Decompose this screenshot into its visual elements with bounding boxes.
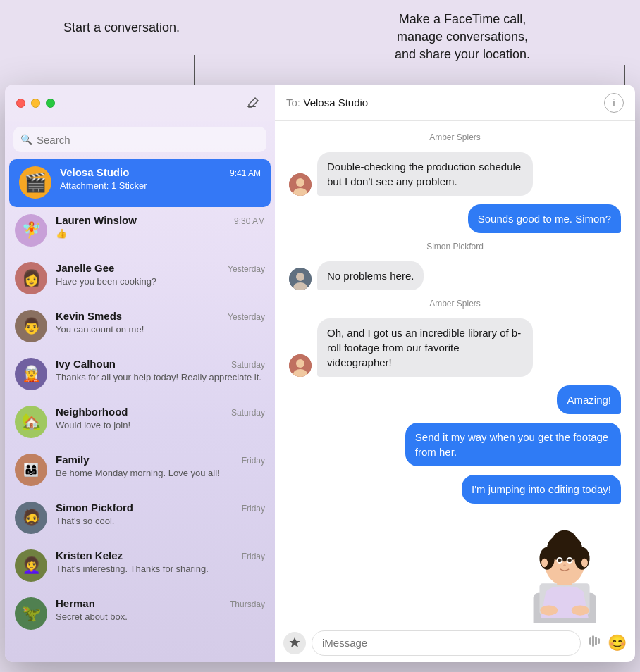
conv-name: Janelle Gee (56, 262, 114, 274)
svg-rect-30 (595, 637, 597, 645)
svg-point-26 (540, 605, 558, 615)
avatar: 🦖 (15, 597, 47, 630)
conv-content: Kevin Smeds Yesterday You can count on m… (56, 310, 265, 335)
sender-label: Simon Pickford (289, 242, 621, 251)
message-bubble: I'm jumping into editing today! (462, 475, 621, 504)
maximize-button[interactable] (46, 99, 55, 108)
chat-recipient: To: Velosa Studio (286, 97, 368, 109)
svg-point-5 (296, 273, 304, 281)
avatar: 👩 (15, 262, 47, 294)
list-item[interactable]: 🧔 Simon Pickford Friday That's so cool. (5, 494, 275, 542)
conv-name: Ivy Calhoun (56, 358, 116, 370)
message-row: Amazing! (289, 385, 621, 414)
conv-content: Simon Pickford Friday That's so cool. (56, 502, 265, 526)
memoji-container (289, 518, 621, 623)
svg-point-24 (541, 559, 548, 567)
conv-name: Lauren Winslow (56, 214, 137, 226)
svg-point-20 (558, 559, 561, 562)
avatar: 🧝 (15, 358, 47, 390)
conv-preview: 👍 (56, 228, 265, 239)
start-conversation-callout: Start a conversation. (63, 20, 180, 36)
to-label: To: (286, 97, 300, 108)
svg-point-22 (567, 559, 571, 562)
list-item[interactable]: 👩 Janelle Gee Yesterday Have you been co… (5, 255, 275, 303)
conv-time: Saturday (231, 408, 265, 418)
conv-time: Friday (242, 456, 265, 466)
conv-time: 9:30 AM (234, 216, 265, 226)
conv-preview: You can count on me! (56, 324, 265, 335)
compose-button[interactable] (242, 92, 264, 113)
message-bubble: No problems here. (317, 261, 424, 290)
conv-content: Lauren Winslow 9:30 AM 👍 (56, 214, 265, 239)
memoji-figure (515, 518, 614, 623)
conv-preview: That's interesting. Thanks for sharing. (56, 564, 265, 574)
list-item[interactable]: 🏡 Neighborhood Saturday Would love to jo… (5, 399, 275, 447)
search-icon: 🔍 (20, 134, 32, 145)
messages-container: Amber Spiers Double-checking the product… (275, 121, 635, 623)
conv-time: 9:41 AM (230, 168, 261, 178)
message-row: Sounds good to me. Simon? (289, 204, 621, 233)
avatar: 👨‍👩‍👧 (15, 454, 47, 486)
close-button[interactable] (16, 99, 25, 108)
conv-name: Kevin Smeds (56, 310, 122, 322)
avatar: 🧚 (15, 214, 47, 247)
svg-point-18 (547, 534, 582, 561)
avatar: 👩‍🦱 (15, 549, 47, 582)
message-avatar (289, 268, 312, 290)
avatar: 👨 (15, 310, 47, 342)
list-item[interactable]: 👩‍🦱 Kristen Kelez Friday That's interest… (5, 542, 275, 590)
conv-name: Herman (56, 597, 95, 609)
conv-name: Neighborhood (56, 406, 128, 418)
conv-content: Ivy Calhoun Saturday Thanks for all your… (56, 358, 265, 382)
avatar: 🎬 (19, 166, 51, 199)
conv-name: Velosa Studio (60, 166, 129, 178)
message-avatar (289, 173, 312, 196)
conv-preview: Be home Monday morning. Love you all! (56, 468, 265, 478)
conv-preview: That's so cool. (56, 516, 265, 526)
emoji-button[interactable]: 😊 (608, 634, 627, 652)
message-row: Send it my way when you get the footage … (289, 423, 621, 466)
conv-preview: Have you been cooking? (56, 276, 265, 287)
conv-preview: Secret about box. (56, 611, 265, 622)
sidebar: 🔍 🎬 Velosa Studio 9:41 AM Attachment: 1 … (5, 85, 275, 662)
message-bubble: Oh, and I got us an incredible library o… (317, 318, 533, 377)
audio-record-button[interactable] (586, 633, 602, 652)
conv-content: Kristen Kelez Friday That's interesting.… (56, 549, 265, 574)
svg-rect-31 (598, 638, 600, 644)
conv-time: Thursday (230, 599, 265, 609)
list-item[interactable]: 👨‍👩‍👧 Family Friday Be home Monday morni… (5, 447, 275, 494)
conv-name: Simon Pickford (56, 502, 133, 514)
message-bubble: Sounds good to me. Simon? (468, 204, 621, 233)
list-item[interactable]: 🦖 Herman Thursday Secret about box. (5, 590, 275, 638)
message-bubble: Double-checking the production schedule … (317, 152, 533, 196)
messages-window: 🔍 🎬 Velosa Studio 9:41 AM Attachment: 1 … (5, 85, 635, 662)
sender-label: Amber Spiers (289, 132, 621, 142)
conv-preview: Thanks for all your help today! Really a… (56, 372, 265, 382)
chat-area: To: Velosa Studio i Amber Spiers Double-… (275, 85, 635, 662)
conv-content: Family Friday Be home Monday morning. Lo… (56, 454, 265, 478)
facetime-callout: Make a FaceTime call,manage conversation… (395, 11, 530, 64)
message-bubble: Amazing! (557, 385, 621, 414)
info-button[interactable]: i (604, 93, 624, 113)
app-store-button[interactable] (283, 632, 306, 654)
conv-name: Family (56, 454, 90, 466)
conv-content: Neighborhood Saturday Would love to join… (56, 406, 265, 430)
search-input[interactable] (37, 134, 259, 146)
svg-rect-28 (589, 637, 591, 645)
sidebar-titlebar (5, 85, 275, 121)
message-avatar (289, 354, 312, 377)
message-input[interactable] (312, 630, 581, 656)
message-row: Oh, and I got us an incredible library o… (289, 318, 621, 377)
list-item[interactable]: 🧝 Ivy Calhoun Saturday Thanks for all yo… (5, 351, 275, 399)
minimize-button[interactable] (31, 99, 40, 108)
list-item[interactable]: 🧚 Lauren Winslow 9:30 AM 👍 (5, 207, 275, 255)
message-row: No problems here. (289, 261, 621, 290)
list-item[interactable]: 👨 Kevin Smeds Yesterday You can count on… (5, 303, 275, 351)
list-item[interactable]: 🎬 Velosa Studio 9:41 AM Attachment: 1 St… (9, 159, 271, 207)
svg-point-25 (581, 559, 588, 567)
conv-content: Janelle Gee Yesterday Have you been cook… (56, 262, 265, 287)
conv-time: Yesterday (228, 264, 265, 274)
search-bar[interactable]: 🔍 (13, 127, 266, 152)
message-bubble: Send it my way when you get the footage … (405, 423, 621, 466)
conv-preview: Would love to join! (56, 420, 265, 430)
